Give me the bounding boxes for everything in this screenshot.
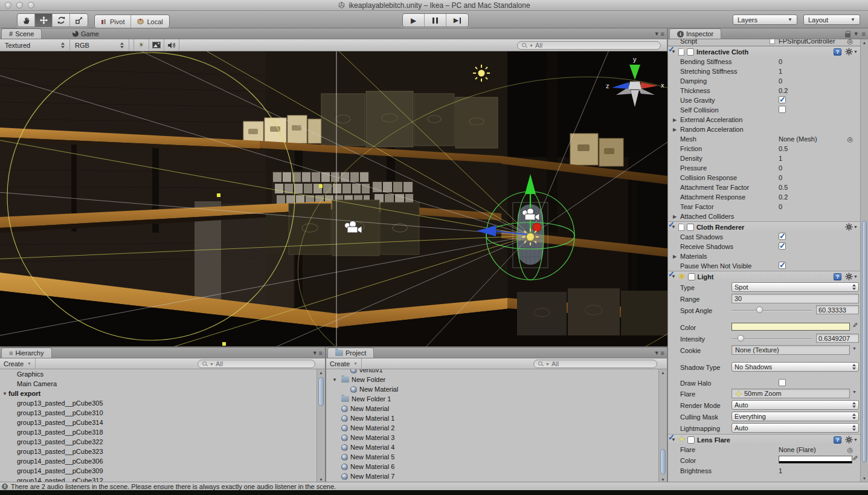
component-gear-menu[interactable]: ▼ [845, 436, 858, 444]
tab-hierarchy[interactable]: ≡ Hierarchy [1, 348, 52, 358]
scroll-up-icon[interactable]: ▲ [659, 370, 667, 375]
object-picker-icon[interactable]: ◎ [847, 39, 853, 45]
pause-button[interactable] [425, 14, 446, 27]
shading-mode-dropdown[interactable]: Textured [0, 39, 70, 51]
project-list-item[interactable]: New Folder 1 [326, 394, 658, 404]
project-create-button[interactable]: Create ▼ [326, 358, 362, 369]
tab-inspector[interactable]: i Inspector [669, 28, 721, 39]
project-list-item[interactable]: ventuv1 [326, 369, 658, 375]
hierarchy-list-item[interactable]: group13_pasted__pCube322 [0, 437, 317, 447]
eyedropper-icon[interactable]: ✎ [852, 455, 858, 462]
component-enabled-checkbox[interactable] [687, 48, 694, 56]
hierarchy-create-button[interactable]: Create ▼ [0, 358, 36, 369]
lock-icon[interactable] [845, 33, 850, 37]
chevron-down-icon[interactable]: ▼ [852, 390, 857, 394]
scene-lighting-toggle[interactable]: ☀ [134, 39, 149, 51]
project-list-item[interactable]: New Material 7 [326, 471, 658, 481]
foldout-arrow-icon[interactable]: ▼ [2, 391, 7, 396]
slider-value-field[interactable]: 60.33333 [816, 305, 859, 314]
component-enabled-checkbox[interactable] [687, 436, 695, 444]
hierarchy-list-item[interactable]: group13_pasted__pCube305 [0, 398, 317, 408]
component-gear-menu[interactable]: ▼ [845, 48, 858, 56]
property-checkbox[interactable] [779, 379, 786, 386]
help-book-icon[interactable]: ? [834, 48, 841, 56]
component-gear-menu[interactable]: ▼ [845, 223, 858, 231]
foldout-arrow-icon[interactable]: ▶ [673, 214, 677, 219]
slider-thumb[interactable] [738, 335, 744, 341]
project-list-item[interactable]: New Material 4 [326, 442, 658, 452]
help-book-icon[interactable]: ? [834, 273, 841, 280]
foldout-arrow-icon[interactable]: ▶ [673, 254, 677, 259]
status-bar[interactable]: ! There are 2 audio listeners in the sce… [0, 482, 868, 490]
hierarchy-list-item[interactable]: group13_pasted__pCube310 [0, 408, 317, 418]
property-checkbox[interactable] [779, 106, 786, 113]
hierarchy-scrollbar[interactable]: ▲ ▼ [317, 369, 325, 483]
eyedropper-icon[interactable]: ✎ [852, 322, 858, 329]
property-checkbox[interactable] [779, 242, 786, 250]
project-list-item[interactable]: New Material 2 [326, 423, 658, 433]
hierarchy-search-input[interactable]: ▼ All [198, 360, 315, 368]
axis-gizmo-cube[interactable] [628, 82, 641, 89]
object-dropdown-field[interactable]: None (Texture) [731, 345, 850, 355]
property-checkbox[interactable] [779, 96, 786, 103]
hierarchy-list-item[interactable]: group14_pasted__pCube309 [0, 466, 317, 476]
hierarchy-list-item[interactable]: Main Camera [0, 379, 317, 389]
scroll-down-icon[interactable]: ▼ [861, 476, 868, 480]
scroll-up-icon[interactable]: ▲ [317, 370, 325, 375]
rotate-tool-button[interactable] [53, 14, 70, 27]
property-dropdown[interactable]: No Shadows [731, 362, 859, 372]
layers-dropdown[interactable]: Layers▼ [733, 15, 797, 25]
foldout-arrow-icon[interactable]: ▶ [673, 127, 677, 132]
component-header[interactable]: ▼☀Light?▼ [668, 271, 860, 282]
hierarchy-panel-menu[interactable]: ▼≡ [312, 349, 323, 357]
project-panel-menu[interactable]: ▼≡ [654, 349, 664, 357]
foldout-arrow-icon[interactable]: ▶ [673, 117, 677, 123]
script-row-clipped[interactable]: Script FPSInputController ◎ [668, 39, 860, 46]
tab-scene[interactable]: # Scene [1, 28, 42, 39]
hierarchy-list-item[interactable]: group14_pasted__pCube306 [0, 456, 317, 466]
scroll-down-icon[interactable]: ▼ [317, 477, 325, 482]
project-list-item[interactable]: New Material 1 [326, 413, 658, 423]
property-textfield[interactable]: 30 [731, 294, 859, 303]
object-picker-icon[interactable]: ◎ [847, 135, 853, 143]
object-picker-icon[interactable]: ◎ [847, 446, 853, 454]
move-gizmo-x-handle[interactable] [533, 223, 541, 231]
project-list-item[interactable]: New Material 3 [326, 433, 658, 442]
component-header[interactable]: ▼Lens Flare?▼ [668, 434, 860, 445]
scroll-up-icon[interactable]: ▲ [861, 40, 868, 45]
component-enabled-checkbox[interactable] [688, 273, 695, 280]
project-list-item[interactable]: ▼New Folder [326, 375, 658, 384]
skybox-fx-toggle[interactable] [149, 39, 164, 51]
scene-viewport[interactable]: y z x [0, 51, 667, 346]
project-list-item[interactable]: New Material [326, 404, 658, 413]
hierarchy-list-item[interactable]: ▼full export [0, 389, 317, 398]
local-toggle-button[interactable]: Local [131, 15, 169, 28]
project-list-item[interactable]: New Material 5 [326, 452, 658, 462]
hierarchy-list-item[interactable]: Graphics [0, 369, 317, 379]
help-book-icon[interactable]: ? [834, 436, 841, 444]
foldout-arrow-icon[interactable]: ▼ [332, 377, 337, 383]
scrollbar-thumb[interactable] [318, 377, 324, 406]
step-button[interactable]: ▶ [446, 14, 468, 27]
property-dropdown[interactable]: Spot [731, 282, 859, 292]
sun-light-gizmo-icon[interactable] [473, 65, 490, 82]
object-dropdown-field[interactable]: 50mm Zoom [731, 389, 850, 398]
move-tool-button[interactable] [35, 14, 53, 27]
property-dropdown[interactable]: Auto [731, 400, 859, 410]
scrollbar-thumb[interactable] [862, 221, 867, 462]
scroll-down-icon[interactable]: ▼ [659, 477, 667, 482]
slider-value-field[interactable]: 0.6349207 [816, 334, 859, 343]
inspector-panel-menu[interactable]: ▼≡ [845, 30, 866, 37]
project-scrollbar[interactable]: ▲ ▼ [658, 369, 667, 483]
property-dropdown[interactable]: Auto [731, 423, 859, 433]
chevron-down-icon[interactable]: ▼ [852, 346, 857, 351]
slider-thumb[interactable] [756, 306, 763, 313]
property-dropdown[interactable]: Everything [731, 412, 859, 421]
scene-audio-toggle[interactable] [164, 39, 179, 51]
project-search-input[interactable]: ▼ All [533, 360, 657, 368]
hand-tool-button[interactable] [18, 14, 35, 27]
component-gear-menu[interactable]: ▼ [845, 273, 858, 280]
tab-project[interactable]: Project [327, 348, 374, 358]
component-header[interactable]: ▼Cloth Renderer▼ [668, 221, 860, 232]
scrollbar-thumb[interactable] [660, 449, 666, 474]
